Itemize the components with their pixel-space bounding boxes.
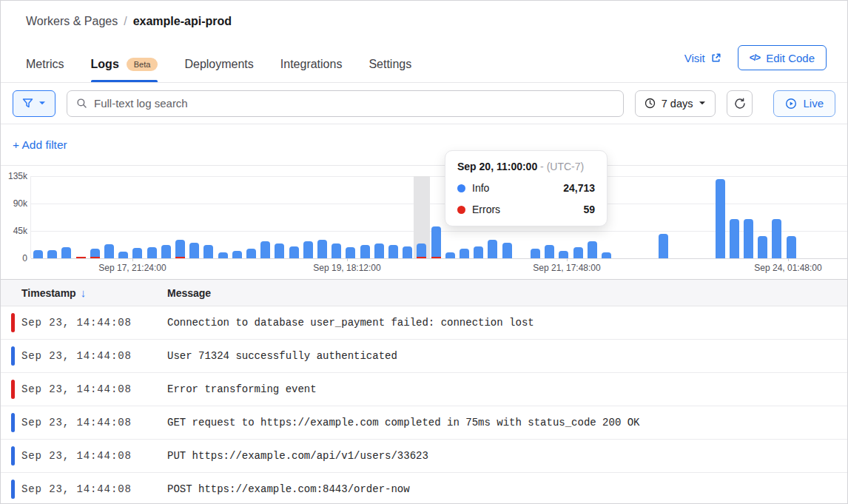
tab-integrations[interactable]: Integrations <box>280 58 343 82</box>
chart-bar[interactable] <box>758 236 767 258</box>
x-axis-label: Sep 21, 17:48:00 <box>511 263 622 273</box>
chart-bar[interactable] <box>118 252 128 258</box>
log-message: User 71324 successfully authenticated <box>167 350 397 362</box>
tab-settings[interactable]: Settings <box>369 58 411 82</box>
log-timestamp: Sep 23, 14:44:08 <box>15 383 167 395</box>
filter-dropdown-button[interactable] <box>13 90 55 117</box>
chart-bar[interactable] <box>303 241 313 258</box>
tooltip-series-value: 59 <box>583 204 595 215</box>
log-timestamp: Sep 23, 14:44:08 <box>15 317 167 329</box>
tab-metrics[interactable]: Metrics <box>26 58 64 82</box>
chart-bar[interactable] <box>289 246 299 258</box>
table-row[interactable]: Sep 23, 14:44:08User 71324 successfully … <box>1 340 847 373</box>
chart-bar[interactable] <box>573 247 583 258</box>
tab-logs[interactable]: LogsBeta <box>91 58 158 82</box>
chart-bar[interactable] <box>502 243 512 258</box>
chart-bar[interactable] <box>203 245 213 258</box>
refresh-icon <box>734 98 746 110</box>
search-icon <box>76 98 87 109</box>
chart-bar[interactable] <box>730 219 739 258</box>
chart-bar[interactable] <box>559 251 568 258</box>
tab-label: Logs <box>91 58 119 71</box>
visit-link[interactable]: Visit <box>684 52 721 64</box>
chart-bar[interactable] <box>132 248 142 258</box>
column-header-message[interactable]: Message <box>167 287 211 299</box>
table-row[interactable]: Sep 23, 14:44:08PUT https://example.com/… <box>1 440 847 473</box>
chart-bar[interactable] <box>388 245 398 258</box>
chart-bar[interactable] <box>545 245 554 258</box>
chart-bar[interactable] <box>744 219 753 258</box>
chart-bar[interactable] <box>317 240 327 258</box>
table-row[interactable]: Sep 23, 14:44:08Error transforming event <box>1 373 847 406</box>
search-input[interactable] <box>94 97 614 110</box>
breadcrumb-section[interactable]: Workers & Pages <box>26 15 118 28</box>
tab-bar: MetricsLogsBetaDeploymentsIntegrationsSe… <box>26 58 411 82</box>
column-header-timestamp[interactable]: Timestamp ↓ <box>1 286 167 299</box>
log-message: Connection to database user_payment fail… <box>167 317 534 329</box>
page-header: Workers & Pages / example-api-prod Metri… <box>1 1 847 83</box>
chart-bar[interactable] <box>488 240 497 258</box>
filter-row: + Add filter <box>1 124 847 166</box>
chart-bar[interactable] <box>61 247 71 258</box>
breadcrumb-divider: / <box>124 15 127 28</box>
tab-deployments[interactable]: Deployments <box>184 58 253 82</box>
chart-bar[interactable] <box>716 179 725 258</box>
log-toolbar: 7 days Live <box>1 83 847 124</box>
chart-bar[interactable] <box>431 226 441 258</box>
chart-bar[interactable] <box>232 251 242 258</box>
log-timestamp: Sep 23, 14:44:08 <box>15 417 167 429</box>
clock-icon <box>645 98 656 109</box>
table-row[interactable]: Sep 23, 14:44:08POST https://example.com… <box>1 473 847 504</box>
chart-bar[interactable] <box>147 247 157 258</box>
chart-plot-area: Sep 17, 21:24:00Sep 19, 18:12:00Sep 21, … <box>30 176 847 258</box>
chart-bar[interactable] <box>218 252 228 258</box>
chart-bar[interactable] <box>445 252 455 258</box>
table-row[interactable]: Sep 23, 14:44:08GET request to https://e… <box>1 406 847 440</box>
log-search-box <box>67 90 624 117</box>
chart-bar[interactable] <box>260 241 270 258</box>
x-axis-label: Sep 17, 21:24:00 <box>77 263 188 273</box>
live-button[interactable]: Live <box>773 90 835 117</box>
chart-bar[interactable] <box>175 240 185 258</box>
add-filter-button[interactable]: + Add filter <box>13 138 67 152</box>
chart-bar[interactable] <box>189 243 199 258</box>
play-circle-icon <box>785 98 797 110</box>
info-legend-dot <box>457 184 465 192</box>
breadcrumb-current: example-api-prod <box>133 15 232 28</box>
chart-bar[interactable] <box>403 246 412 258</box>
tab-label: Metrics <box>26 58 64 71</box>
chart-bar[interactable] <box>602 252 611 258</box>
chart-bar[interactable] <box>772 219 781 258</box>
chart-bar[interactable] <box>460 249 469 258</box>
chart-bar[interactable] <box>374 243 384 258</box>
chart-bar[interactable] <box>360 245 370 258</box>
chart-bar[interactable] <box>474 246 483 258</box>
edit-code-button[interactable]: </> Edit Code <box>738 45 827 70</box>
sort-desc-icon[interactable]: ↓ <box>81 286 87 299</box>
chart-bar[interactable] <box>33 250 43 258</box>
chart-bar[interactable] <box>531 249 540 258</box>
chart-bar[interactable] <box>659 234 668 258</box>
chart-bar[interactable] <box>588 241 597 258</box>
chart-bar[interactable] <box>787 236 796 258</box>
chart-bar[interactable] <box>346 247 355 258</box>
refresh-button[interactable] <box>727 90 753 117</box>
chart-bar[interactable] <box>332 243 341 258</box>
time-range-dropdown[interactable]: 7 days <box>635 90 716 117</box>
workers-pages-logs-page: Workers & Pages / example-api-prod Metri… <box>0 0 848 504</box>
chart-bar[interactable] <box>47 250 57 258</box>
chart-bar[interactable] <box>104 244 114 258</box>
chart-bar[interactable] <box>246 249 256 258</box>
errors-legend-dot <box>457 206 465 214</box>
gridline-135k <box>31 176 847 177</box>
chart-bar[interactable] <box>90 249 100 258</box>
table-row[interactable]: Sep 23, 14:44:08Connection to database u… <box>1 306 847 340</box>
y-axis-label: 90k <box>1 198 27 209</box>
chart-bar[interactable] <box>417 243 426 258</box>
chart-bar[interactable] <box>275 243 284 258</box>
log-message: POST https://example.com:8443/order-now <box>167 483 410 495</box>
x-axis-tick <box>132 258 133 261</box>
external-link-icon <box>710 53 721 64</box>
chart-bar[interactable] <box>161 245 171 258</box>
chart-bar[interactable] <box>76 257 86 258</box>
